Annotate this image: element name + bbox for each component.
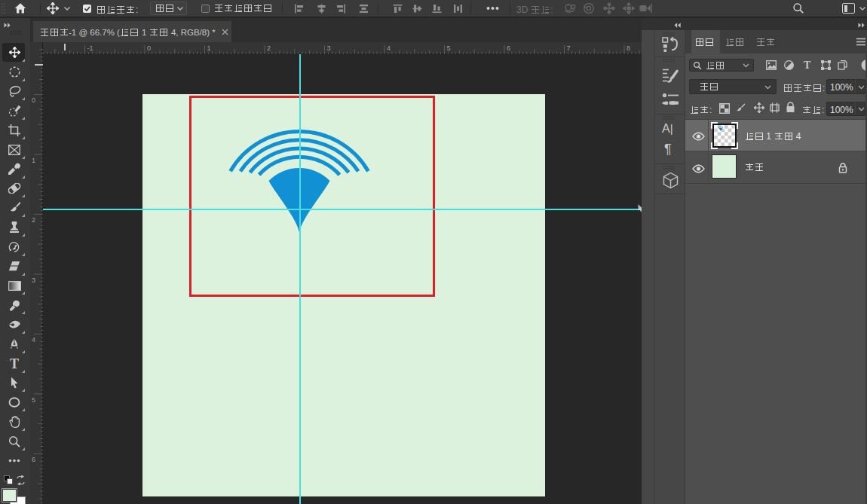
svg-text:-1: -1 <box>87 44 93 52</box>
svg-text:0: 0 <box>147 44 151 52</box>
svg-text:5: 5 <box>32 396 35 404</box>
svg-text:7: 7 <box>567 44 571 52</box>
svg-text:1: 1 <box>32 157 35 164</box>
svg-text:8: 8 <box>627 44 630 52</box>
svg-text:5: 5 <box>447 44 451 52</box>
svg-text:3: 3 <box>32 276 35 284</box>
svg-text:2: 2 <box>32 216 35 224</box>
svg-text:4: 4 <box>32 336 35 344</box>
svg-text:1: 1 <box>207 44 211 52</box>
svg-text:6: 6 <box>32 456 35 463</box>
svg-text:6: 6 <box>507 44 510 52</box>
svg-text:T: T <box>10 358 19 369</box>
svg-text:3: 3 <box>327 44 331 52</box>
svg-text:2: 2 <box>267 44 271 52</box>
svg-text:0: 0 <box>32 96 35 104</box>
svg-text:4: 4 <box>387 44 391 52</box>
